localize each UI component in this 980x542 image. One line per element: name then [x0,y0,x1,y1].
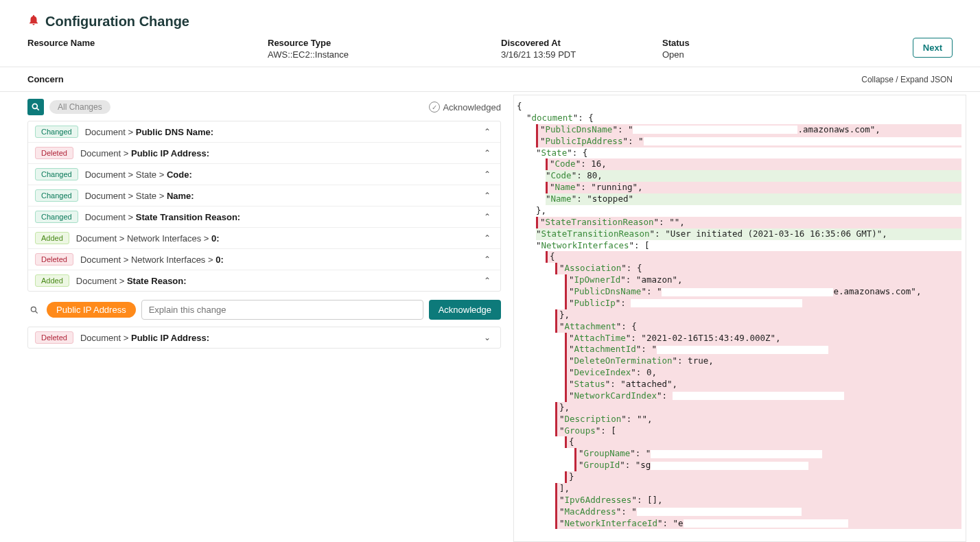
svg-point-2 [31,307,36,311]
meta-discovered-at: Discovered At 3/16/21 13:59 PDT [501,38,662,60]
chevron-up-icon[interactable]: ⌃ [481,233,493,243]
change-badge: Added [35,232,69,244]
change-row[interactable]: ChangedDocument > Public DNS Name:⌃ [28,121,500,143]
next-button[interactable]: Next [913,38,953,58]
changes-list: ChangedDocument > Public DNS Name:⌃Delet… [27,121,501,292]
change-row[interactable]: AddedDocument > State Reason:⌃ [28,270,500,291]
change-path: Document > State > Code: [85,169,474,180]
search-icon[interactable] [27,303,41,317]
change-row[interactable]: ChangedDocument > State > Code:⌃ [28,164,500,185]
expand-link[interactable]: Expand JSON [900,75,953,84]
selected-change-row[interactable]: Deleted Document > Public IP Address: ⌄ [27,327,501,349]
json-diff-panel[interactable]: {"document": {"PublicDnsName": ".amazona… [513,95,966,542]
chevron-up-icon[interactable]: ⌃ [481,276,493,285]
chevron-up-icon[interactable]: ⌃ [481,212,493,222]
change-row[interactable]: ChangedDocument > State > Name:⌃ [28,185,500,207]
explain-input[interactable] [141,300,423,320]
acknowledged-status: ✓ Acknowledged [429,102,501,113]
change-badge: Deleted [35,331,73,344]
change-path: Document > State Reason: [76,276,474,286]
change-badge: Changed [35,168,78,180]
header: Configuration Change Resource Name Resou… [0,0,980,67]
change-path: Document > Network Interfaces > 0: [76,233,474,244]
change-badge: Added [35,274,69,287]
meta-status: Status Open [662,38,800,60]
change-row[interactable]: DeletedDocument > Network Interfaces > 0… [28,249,500,270]
change-path: Document > Public DNS Name: [85,127,474,137]
change-row[interactable]: AddedDocument > Network Interfaces > 0:⌃ [28,228,500,249]
change-row[interactable]: DeletedDocument > Public IP Address:⌃ [28,143,500,164]
chevron-up-icon[interactable]: ⌃ [481,148,493,158]
change-path: Document > Network Interfaces > 0: [80,255,474,265]
chevron-up-icon[interactable]: ⌃ [481,255,493,264]
svg-line-3 [36,311,38,313]
chevron-up-icon[interactable]: ⌃ [481,127,493,137]
public-ip-chip[interactable]: Public IP Address [47,302,136,318]
chevron-up-icon[interactable]: ⌃ [481,169,493,179]
collapse-link[interactable]: Collapse [861,75,894,84]
meta-resource-type: Resource Type AWS::EC2::Instance [268,38,501,60]
chevron-up-icon[interactable]: ⌃ [481,191,493,200]
change-badge: Changed [35,211,78,223]
change-path: Document > State > Name: [85,191,474,201]
svg-line-1 [37,108,39,110]
page-title: Configuration Change [45,14,189,30]
change-badge: Deleted [35,253,73,266]
acknowledge-button[interactable]: Acknowledge [429,300,501,320]
change-badge: Changed [35,126,78,138]
meta-resource-name: Resource Name [27,38,268,60]
change-row[interactable]: ChangedDocument > State Transition Reaso… [28,207,500,228]
change-badge: Deleted [35,147,73,159]
change-path: Document > State Transition Reason: [85,212,474,222]
chevron-down-icon[interactable]: ⌄ [481,333,493,342]
collapse-expand-toggle: Collapse / Expand JSON [861,75,953,84]
change-path: Document > Public IP Address: [80,333,474,343]
search-button[interactable] [27,99,44,115]
svg-point-0 [32,104,37,108]
all-changes-chip[interactable]: All Changes [49,100,110,114]
concern-label: Concern [27,74,64,84]
changes-panel: All Changes ✓ Acknowledged ChangedDocume… [27,92,508,542]
check-circle-icon: ✓ [429,102,440,113]
change-path: Document > Public IP Address: [80,148,474,158]
bell-icon [27,14,40,30]
change-badge: Changed [35,189,78,202]
